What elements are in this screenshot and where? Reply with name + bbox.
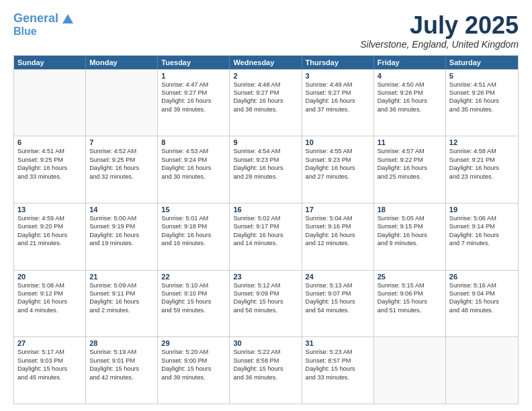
cal-cell-7: 7Sunrise: 4:52 AMSunset: 9:25 PMDaylight… — [86, 136, 158, 203]
day-number: 21 — [89, 273, 154, 281]
cell-info-line: Sunset: 9:15 PM — [378, 222, 442, 230]
cell-info-line: Sunrise: 4:54 AM — [233, 147, 298, 155]
cell-info-line: Sunset: 9:23 PM — [306, 156, 370, 164]
cell-info-line: Sunset: 9:18 PM — [161, 222, 226, 230]
cal-cell-22: 22Sunrise: 5:10 AMSunset: 9:10 PMDayligh… — [158, 271, 230, 337]
cell-info-line: Daylight: 16 hours — [306, 164, 370, 172]
cell-info-line: Daylight: 16 hours — [449, 231, 515, 239]
cell-info-line: Daylight: 15 hours — [161, 298, 226, 306]
cell-info-line: Sunset: 9:00 PM — [161, 357, 226, 365]
cell-info-line: and 37 minutes. — [306, 105, 370, 113]
day-number: 29 — [161, 339, 226, 347]
day-number: 3 — [306, 72, 370, 80]
cell-info-line: Sunset: 9:27 PM — [306, 89, 370, 97]
header-day-friday: Friday — [374, 56, 446, 69]
cell-info-line: Daylight: 16 hours — [233, 231, 298, 239]
cell-info-line: Sunrise: 5:05 AM — [378, 214, 442, 222]
cell-info-line: Sunrise: 5:12 AM — [233, 281, 298, 289]
cell-info-line: Sunrise: 4:55 AM — [306, 147, 370, 155]
cell-info-line: and 27 minutes. — [306, 173, 370, 181]
cell-info-line: and 28 minutes. — [233, 173, 298, 181]
cell-info-line: and 59 minutes. — [161, 306, 226, 314]
cell-info-line: and 23 minutes. — [449, 173, 515, 181]
cell-info-line: Sunset: 9:22 PM — [378, 156, 442, 164]
cal-cell-empty-4-5 — [374, 337, 446, 404]
day-number: 28 — [89, 339, 154, 347]
cell-info-line: and 45 minutes. — [17, 373, 82, 381]
day-number: 9 — [233, 138, 298, 146]
cell-info-line: and 16 minutes. — [161, 239, 226, 247]
cell-info-line: and 39 minutes. — [161, 105, 226, 113]
calendar: SundayMondayTuesdayWednesdayThursdayFrid… — [13, 55, 519, 404]
header: General Blue July 2025 Silverstone, Engl… — [13, 12, 519, 50]
cell-info-line: Sunrise: 5:01 AM — [161, 214, 226, 222]
cal-cell-25: 25Sunrise: 5:15 AMSunset: 9:06 PMDayligh… — [374, 271, 446, 337]
cal-cell-10: 10Sunrise: 4:55 AMSunset: 9:23 PMDayligh… — [302, 136, 374, 203]
header-day-thursday: Thursday — [302, 56, 374, 69]
cell-info-line: Daylight: 15 hours — [233, 365, 298, 373]
day-number: 8 — [161, 138, 226, 146]
svg-marker-0 — [62, 14, 73, 24]
calendar-header: SundayMondayTuesdayWednesdayThursdayFrid… — [14, 56, 518, 69]
cell-info-line: Sunrise: 5:17 AM — [17, 348, 82, 356]
cell-info-line: Sunset: 9:21 PM — [449, 156, 515, 164]
cell-info-line: Sunset: 9:26 PM — [378, 89, 442, 97]
cal-cell-27: 27Sunrise: 5:17 AMSunset: 9:03 PMDayligh… — [14, 337, 86, 404]
day-number: 24 — [306, 273, 370, 281]
cell-info-line: Daylight: 16 hours — [89, 164, 154, 172]
cal-cell-empty-4-6 — [446, 337, 518, 404]
cell-info-line: and 54 minutes. — [306, 306, 370, 314]
logo-line1: General — [13, 11, 58, 25]
cell-info-line: and 56 minutes. — [233, 306, 298, 314]
day-number: 4 — [378, 72, 442, 80]
cell-info-line: Sunrise: 5:22 AM — [233, 348, 298, 356]
title-section: July 2025 Silverstone, England, United K… — [360, 12, 519, 50]
header-day-tuesday: Tuesday — [158, 56, 230, 69]
cell-info-line: Daylight: 15 hours — [161, 365, 226, 373]
cell-info-line: and 4 minutes. — [17, 306, 82, 314]
cal-cell-30: 30Sunrise: 5:22 AMSunset: 8:58 PMDayligh… — [230, 337, 302, 404]
cell-info-line: Sunrise: 5:19 AM — [89, 348, 154, 356]
cell-info-line: and 33 minutes. — [306, 373, 370, 381]
cal-cell-11: 11Sunrise: 4:57 AMSunset: 9:22 PMDayligh… — [374, 136, 446, 203]
cell-info-line: and 32 minutes. — [89, 173, 154, 181]
cell-info-line: Daylight: 16 hours — [161, 164, 226, 172]
cell-info-line: Sunset: 9:20 PM — [17, 222, 82, 230]
day-number: 25 — [378, 273, 442, 281]
cell-info-line: Sunrise: 5:20 AM — [161, 348, 226, 356]
cal-cell-24: 24Sunrise: 5:13 AMSunset: 9:07 PMDayligh… — [302, 271, 374, 337]
day-number: 6 — [17, 138, 82, 146]
cell-info-line: Sunrise: 4:51 AM — [17, 147, 82, 155]
day-number: 22 — [161, 273, 226, 281]
day-number: 20 — [17, 273, 82, 281]
cell-info-line: Sunset: 9:04 PM — [449, 289, 515, 298]
cal-cell-2: 2Sunrise: 4:48 AMSunset: 9:27 PMDaylight… — [230, 70, 302, 136]
cell-info-line: and 36 minutes. — [378, 105, 442, 113]
cell-info-line: Daylight: 16 hours — [233, 97, 298, 105]
month-title: July 2025 — [360, 12, 519, 39]
day-number: 2 — [233, 72, 298, 80]
week-row-2: 6Sunrise: 4:51 AMSunset: 9:25 PMDaylight… — [14, 136, 518, 203]
cell-info-line: Sunset: 9:19 PM — [89, 222, 154, 230]
cell-info-line: and 39 minutes. — [161, 373, 226, 381]
cal-cell-4: 4Sunrise: 4:50 AMSunset: 9:26 PMDaylight… — [374, 70, 446, 136]
cell-info-line: Daylight: 16 hours — [449, 164, 515, 172]
day-number: 7 — [89, 138, 154, 146]
day-number: 30 — [233, 339, 298, 347]
day-number: 14 — [89, 205, 154, 214]
cal-cell-13: 13Sunrise: 4:59 AMSunset: 9:20 PMDayligh… — [14, 203, 86, 270]
cell-info-line: Sunrise: 5:09 AM — [89, 281, 154, 289]
cell-info-line: Daylight: 15 hours — [306, 365, 370, 373]
cell-info-line: Sunset: 9:25 PM — [17, 156, 82, 164]
cell-info-line: Daylight: 16 hours — [17, 231, 82, 239]
logo-text: General — [13, 12, 73, 26]
cell-info-line: Sunrise: 5:00 AM — [89, 214, 154, 222]
cell-info-line: Sunrise: 5:06 AM — [449, 214, 515, 222]
cal-cell-23: 23Sunrise: 5:12 AMSunset: 9:09 PMDayligh… — [230, 271, 302, 337]
day-number: 27 — [17, 339, 82, 347]
cal-cell-31: 31Sunrise: 5:23 AMSunset: 8:57 PMDayligh… — [302, 337, 374, 404]
cell-info-line: Daylight: 16 hours — [378, 231, 442, 239]
day-number: 15 — [161, 205, 226, 214]
cal-cell-18: 18Sunrise: 5:05 AMSunset: 9:15 PMDayligh… — [374, 203, 446, 270]
day-number: 11 — [378, 138, 442, 146]
